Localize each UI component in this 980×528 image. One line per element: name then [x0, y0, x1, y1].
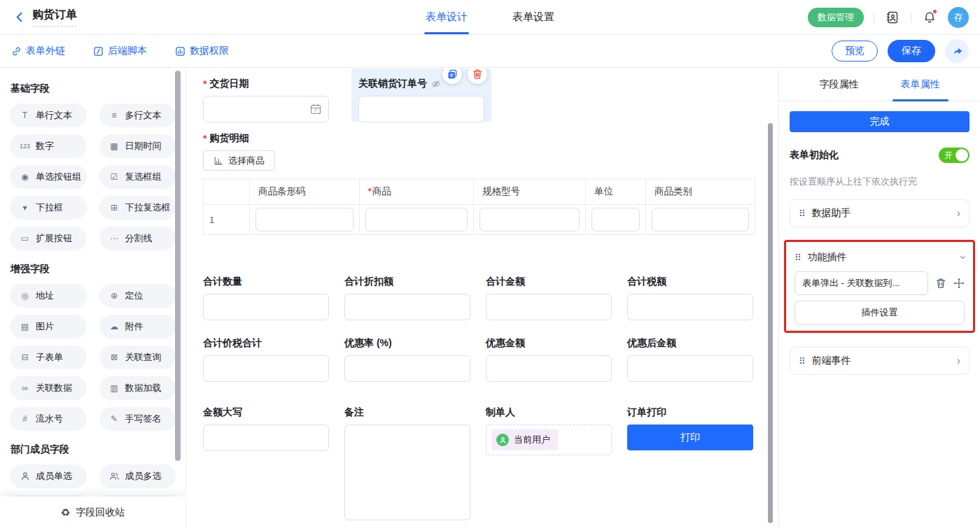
field-type-item[interactable]: T单行文本 [10, 104, 87, 127]
drag-handle-icon[interactable]: ⠿ [799, 357, 806, 366]
field-label: 合计金额 [486, 276, 612, 288]
card-frontend-event[interactable]: ⠿ 前端事件 › [790, 347, 969, 375]
tab-field-properties[interactable]: 字段属性 [814, 69, 864, 101]
summary-field-input[interactable] [344, 294, 470, 320]
subform-cell-input[interactable] [365, 208, 468, 231]
field-type-item[interactable]: ◉单选按钮组 [10, 165, 87, 189]
trash-icon[interactable] [935, 278, 946, 289]
field-recycle-bin[interactable]: ♻ 字段回收站 [0, 497, 186, 528]
backend-script-link[interactable]: 后端脚本 [93, 45, 147, 57]
field-type-item[interactable]: 成员多选 [99, 464, 176, 488]
move-icon[interactable] [953, 278, 965, 289]
header-right: 数据管理 存 [808, 7, 969, 28]
field-order-print[interactable]: 订单打印 打印 [627, 406, 753, 450]
summary-field[interactable]: 合计价税合计 [203, 337, 329, 382]
field-type-item[interactable]: 成员单选 [10, 464, 87, 488]
field-type-item[interactable]: ▥数据加载 [99, 376, 176, 400]
linked-sales-order-input[interactable] [358, 96, 484, 122]
summary-field[interactable]: 优惠金额 [486, 337, 612, 382]
field-type-item[interactable]: 123数字 [10, 134, 87, 158]
page-title[interactable]: 购货订单 [32, 8, 77, 27]
summary-field-input[interactable] [486, 355, 612, 382]
creator-input[interactable]: 当前用户 [486, 424, 612, 455]
form-external-link[interactable]: 表单外链 [11, 45, 65, 57]
plugin-settings-button[interactable]: 插件设置 [794, 301, 965, 324]
done-button[interactable]: 完成 [790, 111, 969, 132]
subform-column-header[interactable]: *商品 [360, 179, 474, 205]
field-type-item[interactable]: ∞关联数据 [10, 376, 87, 400]
subform-cell-input[interactable] [255, 208, 354, 231]
copy-icon[interactable] [442, 69, 462, 84]
canvas-scrollbar[interactable] [768, 123, 773, 523]
subform-column-header[interactable]: 单位 [586, 179, 646, 205]
field-type-item[interactable]: ⊞下拉复选框 [99, 196, 176, 220]
current-user-tag[interactable]: 当前用户 [491, 429, 558, 450]
sidebar-scrollbar[interactable] [175, 71, 181, 461]
save-button[interactable]: 保存 [888, 40, 935, 62]
subform-column-header[interactable]: 商品类别 [646, 179, 755, 205]
plugin-item[interactable]: 表单弹出 - 关联数据到... [794, 271, 928, 295]
field-type-item[interactable]: ▾下拉框 [10, 196, 87, 220]
share-arrow-icon[interactable] [945, 39, 969, 63]
field-type-item[interactable]: ▦日期时间 [99, 134, 176, 158]
bell-icon[interactable] [921, 9, 938, 26]
address-book-icon[interactable] [884, 9, 901, 26]
tab-form-properties[interactable]: 表单属性 [895, 69, 946, 101]
field-type-item[interactable]: ✎手写签名 [99, 407, 176, 431]
tab-form-settings[interactable]: 表单设置 [512, 0, 554, 34]
field-type-item[interactable]: ▭扩展按钮 [10, 227, 87, 250]
field-delivery-date[interactable]: * 交货日期 7 [203, 69, 329, 122]
summary-field[interactable]: 优惠后金额 [627, 337, 753, 382]
field-linked-sales-order-selected[interactable]: 关联销货订单号 [351, 69, 491, 122]
back-icon[interactable] [11, 9, 28, 26]
field-type-item[interactable]: #流水号 [10, 407, 87, 431]
avatar[interactable]: 存 [948, 7, 969, 28]
amount-in-words-input[interactable] [203, 424, 329, 451]
card-data-helper[interactable]: ⠿ 数据助手 › [790, 199, 969, 227]
form-init-toggle[interactable]: 开 [939, 148, 969, 163]
user-icon [496, 434, 509, 446]
summary-field[interactable]: 合计折扣额 [344, 276, 470, 320]
summary-field-input[interactable] [344, 355, 470, 382]
tab-form-design[interactable]: 表单设计 [426, 0, 468, 34]
select-product-button[interactable]: 选择商品 [203, 150, 275, 171]
secondary-toolbar: 表单外链 后端脚本 数据权限 预览 保存 [0, 35, 980, 68]
field-type-item[interactable]: ⊕定位 [99, 284, 176, 308]
delete-icon[interactable] [468, 69, 487, 84]
field-creator[interactable]: 制单人 当前用户 [486, 406, 612, 455]
field-type-item[interactable]: ⊠关联查询 [99, 345, 176, 369]
subform-cell-input[interactable] [592, 208, 640, 231]
field-type-item[interactable]: ▤图片 [10, 315, 87, 338]
subform-column-header[interactable]: 商品条形码 [250, 179, 360, 205]
preview-button[interactable]: 预览 [832, 41, 878, 62]
summary-field-input[interactable] [627, 355, 753, 382]
data-manage-button[interactable]: 数据管理 [808, 8, 864, 27]
field-remark[interactable]: 备注 [344, 406, 470, 520]
field-type-item[interactable]: ◎地址 [10, 284, 87, 308]
field-type-item[interactable]: ☑复选框组 [99, 165, 176, 189]
card-function-plugin[interactable]: ⠿ 功能插件 › [791, 247, 968, 268]
summary-field-input[interactable] [627, 294, 753, 320]
remark-textarea[interactable] [344, 424, 470, 520]
drag-handle-icon[interactable]: ⠿ [799, 209, 806, 218]
subform-cell-input[interactable] [652, 208, 749, 231]
summary-field[interactable]: 优惠率 (%) [344, 337, 470, 382]
field-type-item[interactable]: ☁附件 [99, 315, 176, 338]
summary-field[interactable]: 合计金额 [486, 276, 612, 320]
serial-number-icon: # [19, 414, 31, 424]
summary-field[interactable]: 合计税额 [627, 276, 753, 320]
field-type-item[interactable]: ≡多行文本 [99, 104, 176, 127]
delivery-date-input[interactable]: 7 [203, 96, 329, 122]
field-type-item[interactable]: ⊟子表单 [10, 345, 87, 369]
summary-field[interactable]: 合计数量 [203, 276, 329, 320]
data-permission-link[interactable]: 数据权限 [175, 45, 229, 57]
summary-field-input[interactable] [203, 355, 329, 382]
summary-field-input[interactable] [203, 294, 329, 320]
summary-field-input[interactable] [486, 294, 612, 320]
drag-handle-icon[interactable]: ⠿ [794, 253, 802, 262]
subform-cell-input[interactable] [479, 208, 580, 231]
subform-column-header[interactable]: 规格型号 [474, 179, 586, 205]
field-amount-in-words[interactable]: 金额大写 [203, 406, 329, 451]
field-type-item[interactable]: ⋯分割线 [99, 227, 176, 250]
print-button[interactable]: 打印 [627, 424, 753, 450]
